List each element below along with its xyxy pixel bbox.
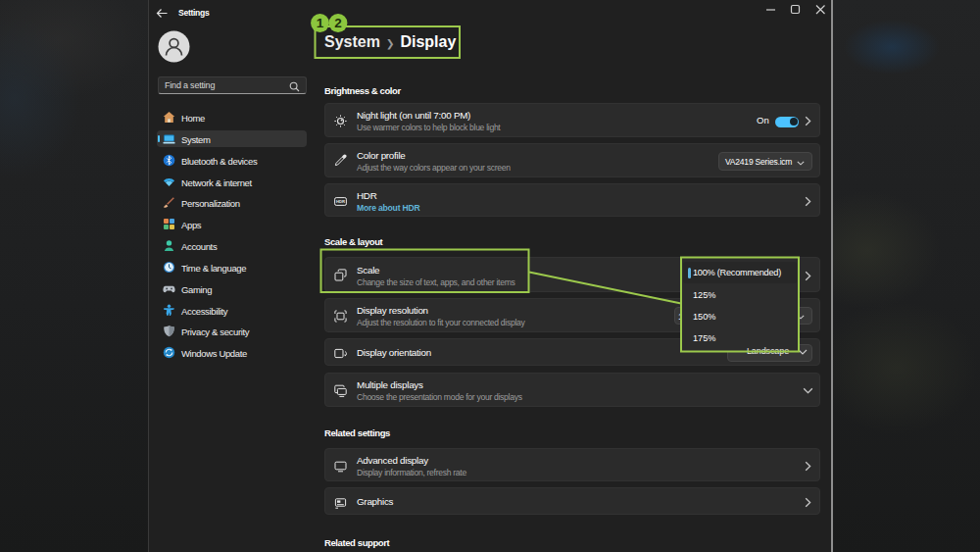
svg-text:HDR: HDR	[336, 199, 345, 204]
